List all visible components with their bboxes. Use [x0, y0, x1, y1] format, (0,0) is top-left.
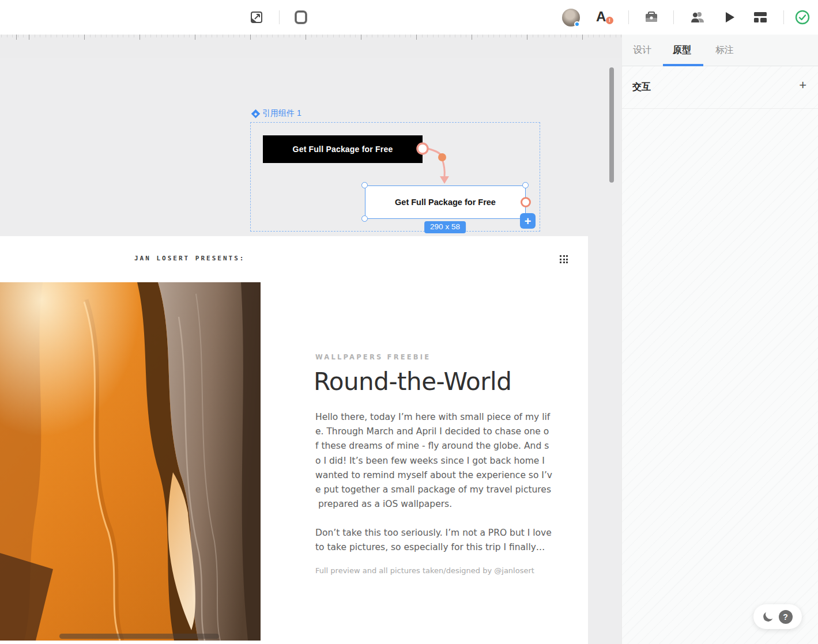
check-circle-icon[interactable] [793, 8, 812, 26]
light-cta-button[interactable]: Get Full Package for Free [365, 185, 526, 219]
design-canvas[interactable]: JAN LOSERT PRESENTS: [0, 35, 621, 644]
help-pill: ? [753, 604, 802, 629]
properties-panel: 设计 原型 标注 交互 + [621, 35, 818, 644]
eyebrow-text: WALLPAPERS FREEBIE [315, 353, 431, 361]
dark-mode-icon[interactable] [762, 611, 774, 623]
prototype-hotspot-handle[interactable] [521, 197, 531, 207]
tab-annotation[interactable]: 标注 [715, 44, 734, 56]
component-diamond-icon [251, 109, 261, 118]
page-content: WALLPAPERS FREEBIE Round-the-World Hello… [261, 282, 588, 644]
dark-cta-button[interactable]: Get Full Package for Free [263, 135, 423, 163]
intro-paragraph: Hello there, today I’m here with small p… [315, 412, 552, 513]
credit-text: Full preview and all pictures taken/desi… [315, 566, 534, 575]
page-header: JAN LOSERT PRESENTS: [0, 236, 588, 282]
artboard-page: JAN LOSERT PRESENTS: [0, 236, 588, 644]
toolbar-divider [279, 10, 280, 24]
add-connection-button[interactable]: + [520, 213, 536, 229]
font-warning-icon[interactable]: A ! [595, 8, 615, 26]
panel-tabs: 设计 原型 标注 [622, 35, 818, 66]
layout-icon[interactable] [751, 8, 770, 26]
toolbar-divider [628, 10, 629, 24]
horizontal-scrollbar[interactable] [59, 634, 219, 639]
play-icon[interactable] [721, 8, 739, 26]
toolbar-divider [783, 10, 784, 24]
tab-prototype[interactable]: 原型 [673, 44, 691, 56]
second-paragraph: Don’t take this too seriously. I’m not a… [315, 528, 552, 556]
canyon-photo [0, 282, 261, 641]
top-toolbar: A ! [0, 0, 818, 35]
vertical-scrollbar[interactable] [609, 67, 614, 183]
resize-handle-bottom-left[interactable] [361, 215, 368, 222]
tab-design[interactable]: 设计 [633, 44, 651, 56]
collaborators-icon[interactable] [688, 8, 707, 26]
corner-radius-icon[interactable] [292, 8, 310, 26]
page-title: Round-the-World [314, 368, 511, 396]
prototype-connection-arrow [412, 138, 458, 187]
size-badge: 290 x 58 [424, 221, 466, 233]
component-label[interactable]: 引用组件 1 [252, 108, 301, 119]
component-label-text: 引用组件 1 [262, 108, 301, 119]
font-warning-letter: A [596, 9, 606, 25]
presents-text: JAN LOSERT PRESENTS: [134, 255, 245, 262]
toolbox-icon[interactable] [642, 8, 661, 26]
resize-handle-top-left[interactable] [361, 182, 368, 188]
horizontal-ruler [0, 35, 621, 58]
toolbar-divider [673, 10, 674, 24]
active-tab-underline [663, 64, 703, 66]
interaction-section: 交互 + [622, 66, 818, 109]
scale-icon[interactable] [247, 8, 266, 26]
grid-menu-icon [560, 255, 570, 265]
online-status-dot [574, 21, 580, 27]
resize-handle-top-right[interactable] [522, 182, 529, 188]
add-interaction-button[interactable]: + [799, 78, 806, 93]
interaction-title: 交互 [632, 81, 651, 93]
help-icon[interactable]: ? [779, 610, 793, 624]
ruler-major-ticks [0, 35, 621, 40]
warning-badge: ! [606, 17, 613, 24]
